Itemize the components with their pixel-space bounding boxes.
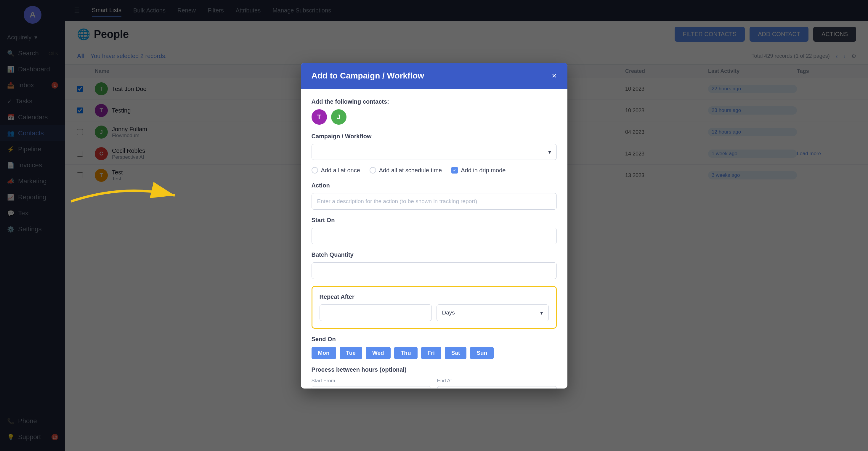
modal-close-button[interactable]: × xyxy=(552,72,556,80)
radio-add-all-at-once[interactable]: Add all at once xyxy=(312,167,360,174)
start-on-label: Start On xyxy=(312,217,557,224)
day-btn-sat[interactable]: Sat xyxy=(445,347,467,359)
radio-add-all-at-schedule[interactable]: Add all at schedule time xyxy=(370,167,442,174)
send-on-label: Send On xyxy=(312,336,557,343)
end-at-select[interactable]: ▾ xyxy=(437,386,557,388)
modal-header: Add to Campaign / Workflow × xyxy=(301,63,567,89)
contact-chip-1: J xyxy=(331,109,346,125)
modal-body: Add the following contacts: T J Campaign… xyxy=(301,89,567,388)
end-at-label: End At xyxy=(437,378,557,384)
day-btn-thu[interactable]: Thu xyxy=(394,347,417,359)
day-btn-mon[interactable]: Mon xyxy=(312,347,336,359)
action-group: Action xyxy=(312,182,557,210)
repeat-after-input[interactable] xyxy=(319,304,432,321)
batch-quantity-group: Batch Quantity xyxy=(312,251,557,279)
radio-circle-schedule xyxy=(370,167,376,173)
start-on-group: Start On xyxy=(312,217,557,244)
modal-overlay: Add to Campaign / Workflow × Add the fol… xyxy=(0,0,868,451)
campaign-workflow-group: Campaign / Workflow ▾ xyxy=(312,133,557,160)
repeat-unit-select[interactable]: Days ▾ xyxy=(436,304,549,321)
start-from-label: Start From xyxy=(312,378,431,384)
repeat-after-row: Days ▾ xyxy=(319,304,549,321)
radio-circle-once xyxy=(312,167,318,173)
process-hours-group: Process between hours (optional) Start F… xyxy=(312,366,557,388)
process-hours-label: Process between hours (optional) xyxy=(312,366,557,373)
batch-quantity-input[interactable] xyxy=(312,262,557,279)
arrow-annotation xyxy=(65,178,184,215)
day-btn-wed[interactable]: Wed xyxy=(366,347,391,359)
campaign-workflow-modal: Add to Campaign / Workflow × Add the fol… xyxy=(301,63,567,388)
repeat-after-highlight-box: Repeat After Days ▾ xyxy=(312,286,557,329)
day-btn-tue[interactable]: Tue xyxy=(340,347,362,359)
contacts-row: T J xyxy=(312,109,557,125)
modal-title: Add to Campaign / Workflow xyxy=(312,71,424,80)
checkbox-drip: ✓ xyxy=(451,167,458,173)
start-on-input[interactable] xyxy=(312,228,557,244)
hours-row: Start From ▾ End At ▾ xyxy=(312,378,557,388)
radio-group: Add all at once Add all at schedule time… xyxy=(312,167,557,174)
start-from-select[interactable]: ▾ xyxy=(312,386,431,388)
checkbox-add-in-drip-mode[interactable]: ✓ Add in drip mode xyxy=(451,167,505,174)
contact-chip-0: T xyxy=(312,109,327,125)
campaign-label: Campaign / Workflow xyxy=(312,133,557,140)
contacts-section-label: Add the following contacts: xyxy=(312,98,557,105)
action-label: Action xyxy=(312,182,557,189)
campaign-workflow-select[interactable]: ▾ xyxy=(312,144,557,160)
batch-quantity-label: Batch Quantity xyxy=(312,251,557,258)
send-on-group: Send On Mon Tue Wed Thu Fri Sat Sun xyxy=(312,336,557,359)
day-btn-fri[interactable]: Fri xyxy=(421,347,441,359)
day-btn-sun[interactable]: Sun xyxy=(470,347,494,359)
send-on-days-row: Mon Tue Wed Thu Fri Sat Sun xyxy=(312,347,557,359)
repeat-after-label: Repeat After xyxy=(319,293,549,300)
action-input[interactable] xyxy=(312,193,557,210)
